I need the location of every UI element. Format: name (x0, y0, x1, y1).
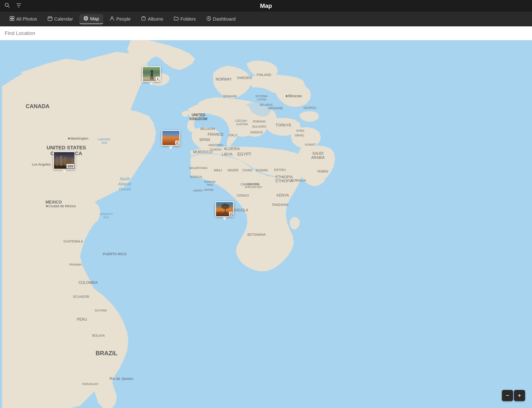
grid-icon (10, 16, 14, 22)
svg-text:ALGERIA: ALGERIA (224, 147, 240, 151)
svg-text:ESTONIA: ESTONIA (256, 95, 268, 98)
nav-item-folders[interactable]: Folders (170, 14, 200, 24)
svg-text:★Moscow: ★Moscow (285, 94, 302, 98)
zoom-out-button[interactable]: − (502, 390, 513, 401)
nav-item-people[interactable]: People (106, 14, 135, 24)
svg-text:Labrador: Labrador (98, 137, 111, 141)
svg-text:SYRIA: SYRIA (296, 129, 304, 132)
svg-text:GREECE: GREECE (250, 131, 263, 134)
photo-pin-africa-south[interactable]: 2 (215, 201, 234, 220)
svg-text:BURKINA: BURKINA (204, 180, 216, 183)
location-search-input[interactable] (5, 30, 527, 36)
svg-text:BOLIVIA: BOLIVIA (92, 334, 105, 337)
nav-item-label: Dashboard (213, 17, 236, 22)
svg-rect-110 (60, 156, 62, 166)
pin-pointer (62, 170, 67, 173)
svg-text:FRANCE: FRANCE (208, 132, 224, 137)
pin-pointer (222, 217, 227, 220)
svg-point-15 (111, 17, 113, 18)
nav-item-dashboard[interactable]: Dashboard (202, 14, 240, 24)
svg-text:ISRAEL: ISRAEL (295, 134, 305, 137)
svg-text:Ocean: Ocean (119, 187, 131, 192)
svg-text:LATVIA: LATVIA (257, 98, 266, 101)
nav-item-label: People (116, 17, 131, 22)
svg-text:ETHIOPIA: ETHIOPIA (276, 175, 293, 179)
svg-text:CAMEROON: CAMEROON (241, 182, 260, 186)
dashboard-icon (206, 16, 211, 22)
album-icon (141, 16, 146, 22)
zoom-in-button[interactable]: + (514, 390, 525, 401)
svg-rect-106 (151, 73, 153, 77)
map-icon (84, 16, 88, 22)
photo-pin-spain[interactable]: 2 (161, 130, 180, 149)
svg-text:AUSTRIA: AUSTRIA (236, 123, 248, 126)
svg-text:MEXICO: MEXICO (46, 200, 62, 204)
svg-rect-3 (12, 17, 14, 18)
svg-text:CZECHIA: CZECHIA (235, 119, 247, 122)
search-bar (0, 26, 532, 40)
nav-bar: All Photos Calendar Map (0, 12, 532, 26)
nav-item-calendar[interactable]: Calendar (43, 14, 77, 24)
map-container: CANADA UNITED STATES OF AMERICA MEXICO G… (0, 40, 532, 408)
svg-text:BRAZIL: BRAZIL (96, 350, 118, 356)
svg-text:TANZANIA: TANZANIA (271, 203, 288, 206)
svg-text:Sea: Sea (101, 141, 107, 144)
svg-text:SOMALIA: SOMALIA (291, 178, 306, 182)
svg-text:★Washington: ★Washington (67, 137, 88, 140)
calendar-icon (48, 16, 52, 22)
nav-item-all-photos[interactable]: All Photos (6, 14, 41, 24)
nav-item-label: Folders (180, 17, 196, 22)
svg-text:CONGO: CONGO (237, 194, 249, 197)
svg-rect-111 (64, 156, 67, 166)
svg-text:MALI: MALI (214, 168, 222, 172)
person-icon (110, 16, 114, 22)
svg-text:KINGDOM: KINGDOM (190, 117, 207, 121)
svg-text:YEMEN: YEMEN (317, 170, 328, 173)
svg-text:ERITREA: ERITREA (274, 168, 286, 172)
svg-rect-2 (10, 17, 12, 18)
svg-text:SENEGAL: SENEGAL (190, 175, 203, 178)
search-button[interactable] (5, 3, 10, 9)
svg-point-105 (151, 70, 153, 73)
nav-item-label: All Photos (16, 17, 37, 22)
svg-text:PARAGUAY: PARAGUAY (82, 382, 99, 386)
nav-item-albums[interactable]: Albums (137, 14, 167, 24)
svg-text:FASO: FASO (206, 183, 213, 186)
pin-count: 2 (175, 141, 179, 145)
map-svg: CANADA UNITED STATES OF AMERICA MEXICO G… (0, 40, 532, 408)
svg-text:Rio de Janeiro: Rio de Janeiro (110, 377, 134, 381)
pin-pointer (169, 146, 173, 149)
svg-line-1 (8, 6, 9, 8)
svg-text:GHANA: GHANA (204, 188, 214, 192)
nav-item-label: Map (90, 16, 99, 22)
svg-text:SWEDEN: SWEDEN (237, 76, 252, 80)
page-title: Map (260, 2, 272, 9)
svg-rect-6 (48, 17, 52, 21)
svg-text:BOTSWANA: BOTSWANA (247, 233, 266, 236)
title-bar-controls (5, 3, 21, 9)
svg-text:SAUDI: SAUDI (312, 152, 324, 155)
svg-text:ITALY: ITALY (228, 133, 237, 137)
nav-item-label: Calendar (54, 17, 73, 22)
svg-text:GEORGIA: GEORGIA (304, 106, 316, 110)
pin-count: 320 (67, 164, 74, 168)
svg-text:CANADA: CANADA (26, 103, 50, 109)
svg-text:NORWAY: NORWAY (216, 77, 232, 81)
svg-text:BELGIUM: BELGIUM (201, 127, 215, 131)
svg-text:ANGOLA: ANGOLA (233, 208, 248, 212)
svg-text:SPAIN: SPAIN (199, 138, 210, 142)
svg-text:SUDAN: SUDAN (256, 168, 268, 172)
svg-rect-16 (142, 17, 145, 20)
svg-text:PERU: PERU (77, 317, 87, 321)
nav-item-map[interactable]: Map (79, 14, 103, 24)
filter-button[interactable] (16, 3, 21, 9)
pin-pointer (149, 82, 154, 85)
svg-text:Sargasso: Sargasso (99, 212, 113, 216)
photo-pin-iceland[interactable]: 1 (142, 66, 161, 85)
svg-text:PUERTO RICO: PUERTO RICO (103, 252, 127, 256)
photo-pin-mexico[interactable]: 320 (53, 152, 75, 173)
title-bar: Map (0, 0, 532, 12)
svg-text:UNITED: UNITED (192, 113, 205, 117)
svg-text:GUATEMALA: GUATEMALA (63, 239, 83, 243)
zoom-controls: − + (502, 390, 525, 401)
